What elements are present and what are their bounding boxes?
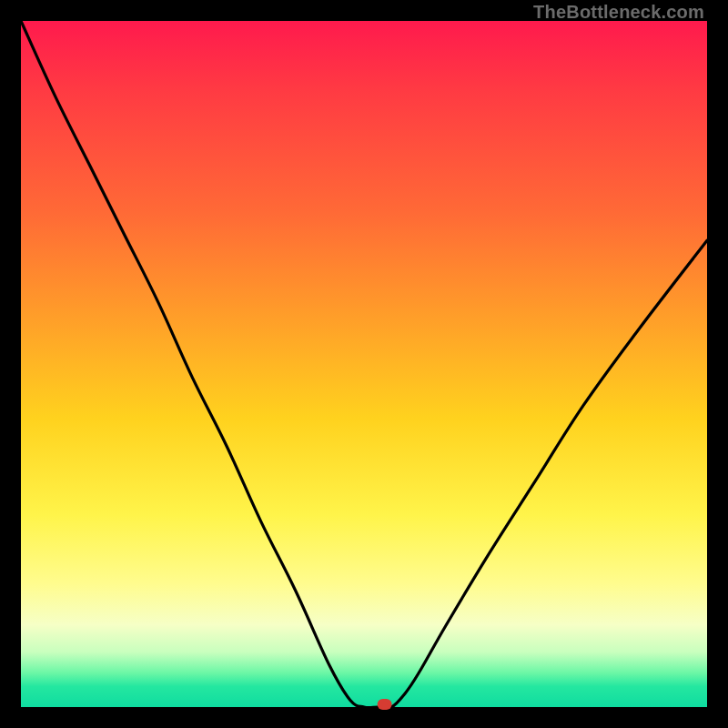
plot-area [21, 21, 707, 707]
min-marker [378, 699, 392, 710]
bottleneck-curve [21, 21, 707, 708]
watermark-text: TheBottleneck.com [533, 2, 704, 23]
curve-layer [21, 21, 707, 707]
chart-frame: TheBottleneck.com [0, 0, 728, 728]
